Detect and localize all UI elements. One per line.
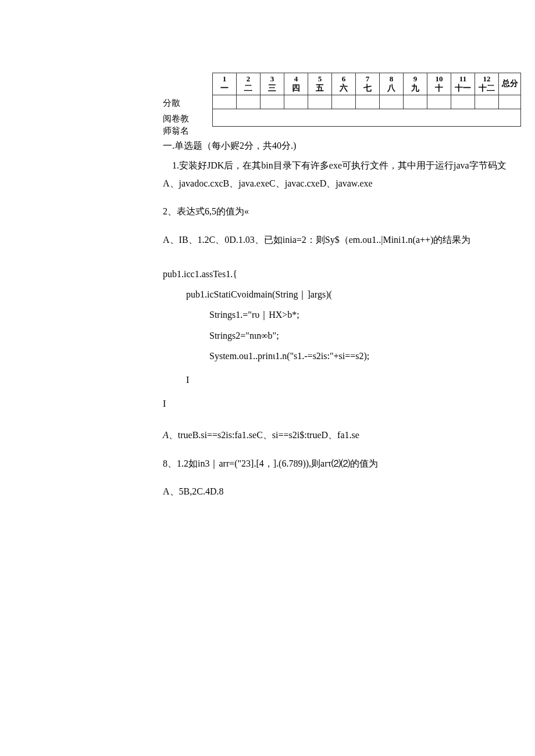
score-cell (427, 95, 451, 109)
score-cell (332, 95, 356, 109)
q1-options: A、javadoc.cxcB、java.exeC、javac.cxeD、java… (163, 175, 535, 192)
teacher-cell (213, 109, 521, 127)
option-label-a: A (163, 430, 169, 440)
score-cell (499, 95, 521, 109)
exam-body: 一.单选题（每小赆2分，共40分.) 1.安装好JDK后，在其bin目录下有许多… (163, 137, 535, 500)
code-line: Strings2="nιn∞b"; (163, 325, 535, 346)
score-cell (356, 95, 380, 109)
row-label-teacher-l2: 师翁名 (163, 125, 189, 137)
q2: 2、表达式6,5的值为« (163, 203, 535, 220)
code-line: pub1.icc1.assTes1.{ (163, 264, 535, 284)
code-brace: I (163, 393, 535, 414)
score-cell (451, 95, 475, 109)
score-cell (475, 95, 499, 109)
score-cell (284, 95, 308, 109)
score-table: 1一 2二 3三 4四 5五 6六 7七 8八 9九 10十 11十一 12十二… (212, 73, 521, 127)
row-label-teacher-l1: 阅卷教 (163, 113, 189, 125)
score-cell (308, 95, 332, 109)
code-line: System.ou1..prinι1.n("s1.-=s2is:"+si==s2… (163, 346, 535, 366)
teacher-row (213, 109, 521, 127)
q-after-code-rest: 、trueB.si==s2is:fa1.seC、si==s2i$:trueD、f… (169, 430, 359, 440)
score-header-row: 1一 2二 3三 4四 5五 6六 7七 8八 9九 10十 11十一 12十二… (213, 73, 521, 95)
score-cell (380, 95, 404, 109)
score-cell (261, 95, 284, 109)
q-after-code: A、trueB.si==s2is:fa1.seC、si==s2i$:trueD、… (163, 427, 535, 444)
col-2: 2二 (237, 73, 261, 95)
score-cell (404, 95, 427, 109)
col-4: 4四 (284, 73, 308, 95)
code-line: pub1.icStatiCvoidmain(String｜]args)( (163, 284, 535, 304)
code-block: pub1.icc1.assTes1.{ pub1.icStatiCvoidmai… (163, 264, 535, 414)
score-row (213, 95, 521, 109)
row-label-teacher: 阅卷教 师翁名 (163, 113, 189, 137)
col-7: 7七 (356, 73, 380, 95)
col-total: 总分 (499, 73, 521, 95)
col-6: 6六 (332, 73, 356, 95)
score-area: 分散 阅卷教 师翁名 1一 2二 3三 4四 5五 6六 7七 8八 9九 10… (163, 73, 535, 127)
col-11: 11十一 (451, 73, 475, 95)
section-title: 一.单选题（每小赆2分，共40分.) (163, 137, 535, 155)
col-12: 12十二 (475, 73, 499, 95)
exam-page: 分散 阅卷教 师翁名 1一 2二 3三 4四 5五 6六 7七 8八 9九 10… (163, 0, 535, 500)
row-labels: 分散 阅卷教 师翁名 (163, 96, 189, 137)
col-3: 3三 (261, 73, 284, 95)
col-10: 10十 (427, 73, 451, 95)
col-9: 9九 (404, 73, 427, 95)
score-cell (237, 95, 261, 109)
q8: 8、1.2如in3｜arr=("23].[4，].(6.789)),则arτ⑵⑵… (163, 455, 535, 472)
row-label-score: 分散 (163, 97, 189, 109)
score-cell (213, 95, 237, 109)
code-brace: I (163, 370, 535, 390)
code-line: Strings1.="rυ｜HX>b*; (163, 304, 535, 325)
q8-options: A、5B,2C.4D.8 (163, 483, 535, 500)
q1-line1: 1.安装好JDK后，在其bin目录下有许多exe可执行文件，其中用于运行java… (163, 157, 535, 174)
col-1: 1一 (213, 73, 237, 95)
col-8: 8八 (380, 73, 404, 95)
col-5: 5五 (308, 73, 332, 95)
q2-options: A、IB、1.2C、0D.1.03、已如inia=2：则Sy$（em.ou1..… (163, 231, 535, 249)
